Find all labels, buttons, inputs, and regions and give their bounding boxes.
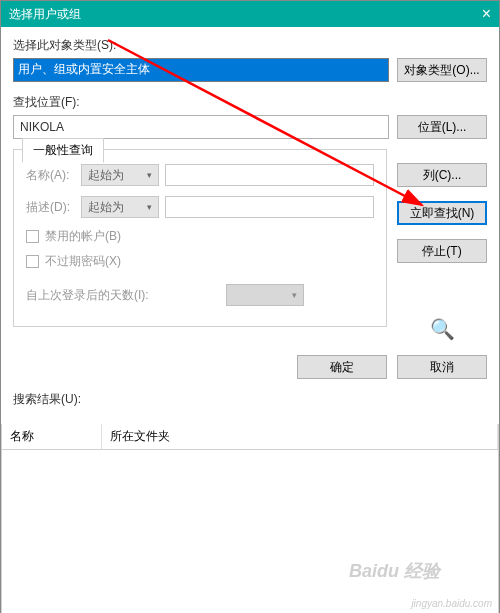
columns-button[interactable]: 列(C)... — [397, 163, 487, 187]
desc-label: 描述(D): — [26, 199, 81, 216]
never-expire-label: 不过期密码(X) — [45, 253, 121, 270]
desc-input[interactable] — [165, 196, 374, 218]
close-icon[interactable]: × — [482, 5, 491, 23]
name-label: 名称(A): — [26, 167, 81, 184]
tab-general-query[interactable]: 一般性查询 — [22, 138, 104, 163]
window-title: 选择用户或组 — [9, 6, 81, 23]
ok-button[interactable]: 确定 — [297, 355, 387, 379]
chevron-down-icon: ▾ — [292, 290, 297, 300]
disabled-accounts-label: 禁用的帐户(B) — [45, 228, 121, 245]
query-tabbox: 一般性查询 名称(A): 起始为 ▾ 描述(D): 起始为 ▾ — [13, 149, 387, 327]
titlebar: 选择用户或组 × — [1, 1, 499, 27]
object-type-label: 选择此对象类型(S): — [13, 37, 487, 54]
object-type-button[interactable]: 对象类型(O)... — [397, 58, 487, 82]
baidu-logo: Baidu 经验 — [349, 559, 440, 583]
results-col-folder[interactable]: 所在文件夹 — [102, 424, 498, 449]
never-expire-checkbox[interactable] — [26, 255, 39, 268]
cancel-button[interactable]: 取消 — [397, 355, 487, 379]
watermark: jingyan.baidu.com — [411, 598, 492, 609]
dialog-window: 选择用户或组 × 选择此对象类型(S): 用户、组或内置安全主体 对象类型(O)… — [0, 0, 500, 613]
stop-button[interactable]: 停止(T) — [397, 239, 487, 263]
location-field[interactable]: NIKOLA — [13, 115, 389, 139]
lastlogin-dropdown[interactable]: ▾ — [226, 284, 304, 306]
results-col-name[interactable]: 名称 — [2, 424, 102, 449]
chevron-down-icon: ▾ — [147, 202, 152, 212]
name-mode-value: 起始为 — [88, 167, 124, 184]
chevron-down-icon: ▾ — [147, 170, 152, 180]
dialog-body: 选择此对象类型(S): 用户、组或内置安全主体 对象类型(O)... 查找位置(… — [1, 27, 499, 422]
results-header: 名称 所在文件夹 — [1, 424, 499, 450]
location-button[interactable]: 位置(L)... — [397, 115, 487, 139]
object-type-field[interactable]: 用户、组或内置安全主体 — [13, 58, 389, 82]
desc-mode-value: 起始为 — [88, 199, 124, 216]
find-now-button[interactable]: 立即查找(N) — [397, 201, 487, 225]
desc-mode-dropdown[interactable]: 起始为 ▾ — [81, 196, 159, 218]
results-body[interactable] — [1, 450, 499, 613]
name-mode-dropdown[interactable]: 起始为 ▾ — [81, 164, 159, 186]
disabled-accounts-checkbox[interactable] — [26, 230, 39, 243]
search-icon: 🔍 — [397, 317, 487, 341]
results-label: 搜索结果(U): — [13, 391, 487, 408]
name-input[interactable] — [165, 164, 374, 186]
lastlogin-label: 自上次登录后的天数(I): — [26, 287, 226, 304]
location-label: 查找位置(F): — [13, 94, 487, 111]
